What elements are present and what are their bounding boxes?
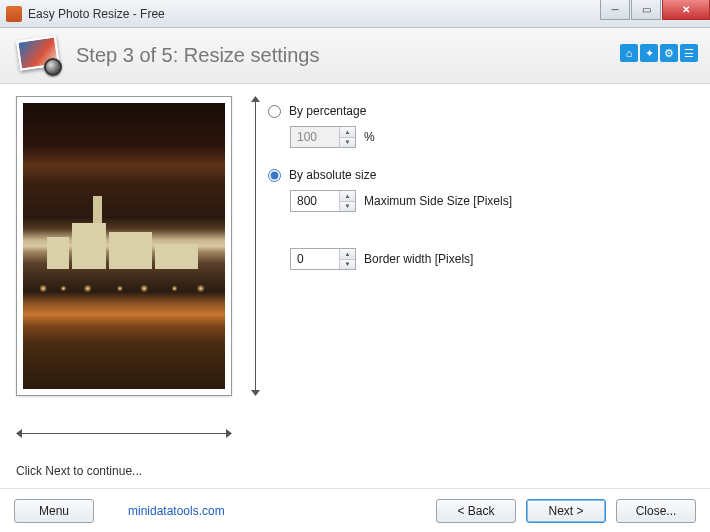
border-value-row: ▲ ▼ Border width [Pixels]: [290, 248, 694, 270]
border-input[interactable]: [291, 249, 339, 269]
wizard-icon: [16, 36, 64, 76]
titlebar: Easy Photo Resize - Free ─ ▭ ✕: [0, 0, 710, 28]
percentage-spinner[interactable]: ▲ ▼: [290, 126, 356, 148]
radio-by-percentage[interactable]: [268, 105, 281, 118]
svg-marker-3: [226, 429, 232, 438]
dimension-arrow-vertical: [250, 96, 262, 396]
preview-area: [16, 96, 248, 426]
content-area: By percentage ▲ ▼ % By absolute size ▲ ▼: [0, 84, 710, 488]
absolute-spinner[interactable]: ▲ ▼: [290, 190, 356, 212]
wizard-header: Step 3 of 5: Resize settings ⌂ ✦ ⚙ ☰: [0, 28, 710, 84]
star-icon[interactable]: ✦: [640, 44, 658, 62]
back-button[interactable]: < Back: [436, 499, 516, 523]
list-icon[interactable]: ☰: [680, 44, 698, 62]
border-step-down[interactable]: ▼: [340, 260, 355, 270]
preview-image: [23, 103, 225, 389]
radio-by-percentage-label: By percentage: [289, 104, 366, 118]
home-icon[interactable]: ⌂: [620, 44, 638, 62]
absolute-input[interactable]: [291, 191, 339, 211]
percentage-step-up[interactable]: ▲: [340, 127, 355, 138]
app-icon: [6, 6, 22, 22]
maximize-button[interactable]: ▭: [631, 0, 661, 20]
border-step-up[interactable]: ▲: [340, 249, 355, 260]
svg-marker-1: [251, 390, 260, 396]
border-spinner[interactable]: ▲ ▼: [290, 248, 356, 270]
close-button[interactable]: Close...: [616, 499, 696, 523]
percentage-input[interactable]: [291, 127, 339, 147]
preview-frame: [16, 96, 232, 396]
percentage-suffix: %: [364, 130, 375, 144]
radio-by-absolute[interactable]: [268, 169, 281, 182]
header-toolbar: ⌂ ✦ ⚙ ☰: [620, 44, 698, 62]
radio-by-percentage-row: By percentage: [268, 104, 694, 118]
gear-icon[interactable]: ⚙: [660, 44, 678, 62]
border-field-label: Border width [Pixels]: [364, 252, 473, 266]
absolute-field-label: Maximum Side Size [Pixels]: [364, 194, 512, 208]
window-controls: ─ ▭ ✕: [600, 0, 710, 20]
next-button[interactable]: Next >: [526, 499, 606, 523]
close-window-button[interactable]: ✕: [662, 0, 710, 20]
vendor-link[interactable]: minidatatools.com: [128, 504, 225, 518]
footer: Menu minidatatools.com < Back Next > Clo…: [0, 488, 710, 532]
hint-text: Click Next to continue...: [16, 464, 142, 478]
percentage-value-row: ▲ ▼ %: [290, 126, 694, 148]
percentage-step-down[interactable]: ▼: [340, 138, 355, 148]
menu-button[interactable]: Menu: [14, 499, 94, 523]
absolute-step-down[interactable]: ▼: [340, 202, 355, 212]
minimize-button[interactable]: ─: [600, 0, 630, 20]
absolute-value-row: ▲ ▼ Maximum Side Size [Pixels]: [290, 190, 694, 212]
step-title: Step 3 of 5: Resize settings: [76, 44, 319, 67]
radio-by-absolute-label: By absolute size: [289, 168, 376, 182]
absolute-step-up[interactable]: ▲: [340, 191, 355, 202]
resize-settings: By percentage ▲ ▼ % By absolute size ▲ ▼: [268, 104, 694, 290]
dimension-arrow-horizontal: [16, 428, 232, 440]
radio-by-absolute-row: By absolute size: [268, 168, 694, 182]
